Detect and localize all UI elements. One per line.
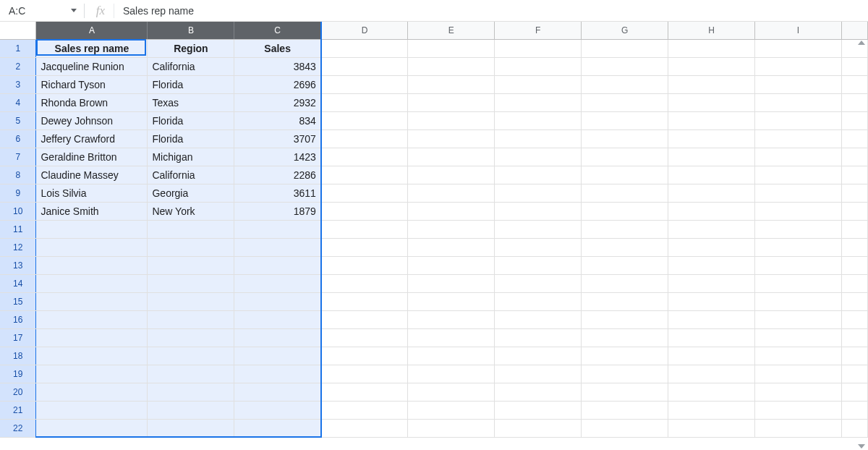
- cell-H11[interactable]: [668, 220, 755, 238]
- cell-E1[interactable]: [408, 39, 495, 57]
- cell-D18[interactable]: [321, 347, 408, 365]
- cell-A21[interactable]: [36, 401, 148, 419]
- column-header-H[interactable]: H: [668, 22, 755, 39]
- cell-I17[interactable]: [754, 328, 841, 347]
- cell-F6[interactable]: [495, 130, 582, 148]
- cell-B15[interactable]: [148, 292, 234, 310]
- cell-G19[interactable]: [582, 365, 668, 383]
- cell-A22[interactable]: [36, 419, 148, 437]
- cell-C6[interactable]: 3707: [234, 130, 321, 148]
- cell-D8[interactable]: [321, 166, 408, 184]
- cell-D14[interactable]: [321, 274, 408, 292]
- row-header-3[interactable]: 3: [0, 75, 36, 93]
- cell-D21[interactable]: [321, 401, 408, 419]
- cell-E16[interactable]: [408, 310, 495, 328]
- cell-A9[interactable]: Lois Silvia: [36, 184, 148, 202]
- row-header-18[interactable]: 18: [0, 347, 36, 365]
- chevron-down-icon[interactable]: [71, 9, 77, 12]
- cell-E20[interactable]: [408, 383, 495, 401]
- cell-A11[interactable]: [36, 220, 148, 238]
- cell-A12[interactable]: [36, 238, 148, 256]
- column-header-E[interactable]: E: [408, 22, 495, 39]
- cell-G6[interactable]: [582, 130, 668, 148]
- column-header-G[interactable]: G: [582, 22, 668, 39]
- cell-E17[interactable]: [408, 328, 495, 347]
- cell-D5[interactable]: [321, 111, 408, 130]
- cell-I14[interactable]: [754, 274, 841, 292]
- cell-F7[interactable]: [495, 148, 582, 166]
- cell-C12[interactable]: [234, 238, 321, 256]
- cell-A7[interactable]: Geraldine Britton: [36, 148, 148, 166]
- cell-E18[interactable]: [408, 347, 495, 365]
- cell-I9[interactable]: [754, 184, 841, 202]
- cell-F8[interactable]: [495, 166, 582, 184]
- column-header-C[interactable]: C: [234, 22, 321, 39]
- cell-B1[interactable]: Region: [148, 39, 234, 57]
- cell-H15[interactable]: [668, 292, 755, 310]
- row-header-11[interactable]: 11: [0, 220, 36, 238]
- cell-A16[interactable]: [36, 310, 148, 328]
- cell-D1[interactable]: [321, 39, 408, 57]
- cell-A15[interactable]: [36, 292, 148, 310]
- row-header-22[interactable]: 22: [0, 419, 36, 437]
- name-box[interactable]: [7, 4, 58, 17]
- cell-F21[interactable]: [495, 401, 582, 419]
- row-header-12[interactable]: 12: [0, 238, 36, 256]
- cell-F4[interactable]: [495, 93, 582, 111]
- cell-C22[interactable]: [234, 419, 321, 437]
- cell-G5[interactable]: [582, 111, 668, 130]
- cell-F5[interactable]: [495, 111, 582, 130]
- cell-H9[interactable]: [668, 184, 755, 202]
- cell-A1[interactable]: Sales rep name: [36, 39, 148, 57]
- cell-B14[interactable]: [148, 274, 234, 292]
- cell-H16[interactable]: [668, 310, 755, 328]
- cell-F13[interactable]: [495, 256, 582, 274]
- column-header-D[interactable]: D: [321, 22, 408, 39]
- cell-F18[interactable]: [495, 347, 582, 365]
- cell-C10[interactable]: 1879: [234, 202, 321, 220]
- cell-A20[interactable]: [36, 383, 148, 401]
- cell-A2[interactable]: Jacqueline Runion: [36, 57, 148, 75]
- cell-A17[interactable]: [36, 328, 148, 347]
- cell-B6[interactable]: Florida: [148, 130, 234, 148]
- cell-C8[interactable]: 2286: [234, 166, 321, 184]
- formula-input[interactable]: [122, 4, 868, 17]
- cell-B7[interactable]: Michigan: [148, 148, 234, 166]
- cell-D2[interactable]: [321, 57, 408, 75]
- cell-E5[interactable]: [408, 111, 495, 130]
- cell-B2[interactable]: California: [148, 57, 234, 75]
- row-header-4[interactable]: 4: [0, 93, 36, 111]
- cell-E2[interactable]: [408, 57, 495, 75]
- cell-B5[interactable]: Florida: [148, 111, 234, 130]
- cell-D3[interactable]: [321, 75, 408, 93]
- cell-A3[interactable]: Richard Tyson: [36, 75, 148, 93]
- row-header-1[interactable]: 1: [0, 39, 36, 57]
- cell-G14[interactable]: [582, 274, 668, 292]
- cell-E3[interactable]: [408, 75, 495, 93]
- scroll-down-icon[interactable]: [858, 444, 865, 449]
- cell-B8[interactable]: California: [148, 166, 234, 184]
- cell-C11[interactable]: [234, 220, 321, 238]
- cell-B21[interactable]: [148, 401, 234, 419]
- cell-B22[interactable]: [148, 419, 234, 437]
- row-header-9[interactable]: 9: [0, 184, 36, 202]
- cell-F11[interactable]: [495, 220, 582, 238]
- cell-E19[interactable]: [408, 365, 495, 383]
- cell-H12[interactable]: [668, 238, 755, 256]
- cell-D12[interactable]: [321, 238, 408, 256]
- column-header-I[interactable]: I: [754, 22, 841, 39]
- cell-C20[interactable]: [234, 383, 321, 401]
- cell-H21[interactable]: [668, 401, 755, 419]
- cell-G16[interactable]: [582, 310, 668, 328]
- row-header-16[interactable]: 16: [0, 310, 36, 328]
- cell-H17[interactable]: [668, 328, 755, 347]
- cell-D22[interactable]: [321, 419, 408, 437]
- cell-B16[interactable]: [148, 310, 234, 328]
- cell-H3[interactable]: [668, 75, 755, 93]
- cell-H8[interactable]: [668, 166, 755, 184]
- cell-C7[interactable]: 1423: [234, 148, 321, 166]
- cell-E6[interactable]: [408, 130, 495, 148]
- cell-B10[interactable]: New York: [148, 202, 234, 220]
- cell-G17[interactable]: [582, 328, 668, 347]
- cell-E21[interactable]: [408, 401, 495, 419]
